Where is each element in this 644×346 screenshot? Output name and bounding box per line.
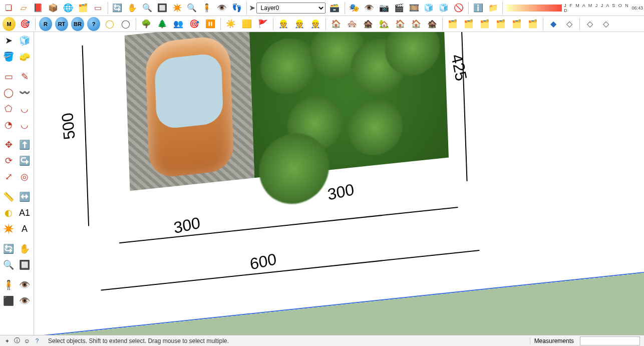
yellow-dot-icon[interactable]: ◯ <box>103 17 117 31</box>
layer-select[interactable]: Layer0 <box>256 3 326 14</box>
box-icon[interactable]: 📦 <box>47 1 60 15</box>
geo-icon[interactable]: ⌖ <box>2 336 12 346</box>
layers-icon[interactable]: 🗂️ <box>77 1 90 15</box>
text-tool[interactable]: A1 <box>17 205 32 220</box>
stack-c-icon[interactable]: 🗂️ <box>478 17 492 31</box>
render-r-button[interactable]: R <box>39 17 53 31</box>
render-h-icon[interactable]: 🚫 <box>452 1 465 15</box>
house-b-icon[interactable]: 🏘️ <box>345 17 359 31</box>
component-tool[interactable]: 🧊 <box>17 33 32 48</box>
look-around-icon[interactable]: 👁️ <box>215 1 228 15</box>
protractor-tool[interactable]: ◐ <box>1 205 16 220</box>
credits-icon[interactable]: ⓘ <box>12 336 22 346</box>
pie-tool[interactable]: ◔ <box>1 117 16 132</box>
help-icon[interactable]: ? <box>32 336 42 346</box>
followme-tool[interactable]: ↪️ <box>17 153 32 168</box>
position-camera-icon[interactable]: 🧍 <box>200 1 213 15</box>
prev-view-icon[interactable]: 🔍 <box>185 1 198 15</box>
render-b-icon[interactable]: 👁️ <box>363 1 376 15</box>
album-icon[interactable]: 📕 <box>32 1 45 15</box>
walk-icon[interactable]: 👣 <box>230 1 243 15</box>
house-d-icon[interactable]: 🏡 <box>377 17 391 31</box>
zoomwin-tool[interactable]: 🔲 <box>17 257 32 272</box>
render-f-icon[interactable]: 🧊 <box>423 1 436 15</box>
dimension-tool[interactable]: ↔️ <box>17 189 32 204</box>
polygon-tool[interactable]: ⬠ <box>1 101 16 116</box>
house-e-icon[interactable]: 🏠 <box>393 17 407 31</box>
house-f-icon[interactable]: 🏠 <box>409 17 423 31</box>
render-e-icon[interactable]: 🎞️ <box>408 1 421 15</box>
tape-tool[interactable]: 📏 <box>1 189 16 204</box>
flag-icon[interactable]: 🚩 <box>256 17 270 31</box>
info-icon[interactable]: ℹ️ <box>472 1 485 15</box>
render-m-button[interactable]: M <box>2 17 16 31</box>
position-camera-tool[interactable]: 🧍 <box>1 277 16 292</box>
target2-icon[interactable]: 🎯 <box>187 17 201 31</box>
hat2-icon[interactable]: 👷 <box>292 17 306 31</box>
photo-icon[interactable]: ☺ <box>22 336 32 346</box>
section-tool[interactable]: ⬛ <box>1 293 16 308</box>
render-c-icon[interactable]: 📷 <box>378 1 391 15</box>
folder-icon[interactable]: 📁 <box>487 1 500 15</box>
tree-b-icon[interactable]: 🌲 <box>155 17 169 31</box>
pan-icon[interactable]: ✋ <box>126 1 139 15</box>
cube-gold-icon[interactable]: 🟨 <box>240 17 254 31</box>
measurements-input[interactable] <box>580 336 640 345</box>
render-br-button[interactable]: BR <box>71 17 85 31</box>
arc-tool[interactable]: ◡ <box>17 101 32 116</box>
pan2-tool[interactable]: ✋ <box>17 241 32 256</box>
render-d-icon[interactable]: 🎬 <box>393 1 406 15</box>
offset-tool[interactable]: ◎ <box>17 169 32 184</box>
clone-icon[interactable]: ❏ <box>2 1 15 15</box>
globe-icon[interactable]: 🌐 <box>62 1 75 15</box>
sheet-icon[interactable]: ▱ <box>17 1 30 15</box>
house-a-icon[interactable]: 🏠 <box>329 17 343 31</box>
render-rt-button[interactable]: RT <box>55 17 69 31</box>
line-tool[interactable]: ✎ <box>17 69 32 84</box>
paint-tool[interactable]: 🪣 <box>1 49 16 64</box>
arc2-tool[interactable]: ◡ <box>17 117 32 132</box>
render-g-icon[interactable]: 🧊 <box>437 1 450 15</box>
render-target-button[interactable]: 🎯 <box>18 17 32 31</box>
orbit-icon[interactable]: 🔄 <box>111 1 124 15</box>
shape-a-icon[interactable]: ◆ <box>546 17 560 31</box>
eraser-tool[interactable]: 🧽 <box>17 49 32 64</box>
ring-icon[interactable]: ◯ <box>119 17 133 31</box>
3dtext-tool[interactable]: A <box>17 221 32 236</box>
stack-d-icon[interactable]: 🗂️ <box>494 17 508 31</box>
shape-c-icon[interactable]: ◇ <box>583 17 597 31</box>
pause-icon[interactable]: ⏸️ <box>203 17 217 31</box>
stack-a-icon[interactable]: 🗂️ <box>446 17 460 31</box>
hat-icon[interactable]: 👷 <box>276 17 290 31</box>
pushpull-tool[interactable]: ⬆️ <box>17 137 32 152</box>
orbit-tool[interactable]: 🔄 <box>1 241 16 256</box>
house-c-icon[interactable]: 🏚️ <box>361 17 375 31</box>
stack-f-icon[interactable]: 🗂️ <box>526 17 540 31</box>
render-a-icon[interactable]: 🎭 <box>348 1 361 15</box>
shape-b-icon[interactable]: ◇ <box>562 17 576 31</box>
rect-red-icon[interactable]: ▭ <box>92 1 105 15</box>
zoom-extents-icon[interactable]: ✴️ <box>171 1 184 15</box>
tree-a-icon[interactable]: 🌳 <box>139 17 153 31</box>
scale-tool[interactable]: ⤢ <box>1 169 16 184</box>
render-q-button[interactable]: ? <box>87 17 101 31</box>
axes-tool[interactable]: ✴️ <box>1 221 16 236</box>
zoom-icon[interactable]: 🔍 <box>141 1 154 15</box>
look-tool[interactable]: 👁️ <box>17 277 32 292</box>
select-tool[interactable]: ➤ <box>1 33 16 48</box>
house-g-icon[interactable]: 🏚️ <box>425 17 439 31</box>
layer-manager-icon[interactable]: 🗃️ <box>328 1 342 15</box>
zoom2-tool[interactable]: 🔍 <box>1 257 16 272</box>
stack-b-icon[interactable]: 🗂️ <box>462 17 476 31</box>
circle-tool[interactable]: ◯ <box>1 85 16 100</box>
rotate-tool[interactable]: ⟳ <box>1 153 16 168</box>
zoom-window-icon[interactable]: 🔲 <box>156 1 169 15</box>
stack-e-icon[interactable]: 🗂️ <box>510 17 524 31</box>
shape-d-icon[interactable]: ◇ <box>599 17 613 31</box>
eye-tool[interactable]: 👁️ <box>17 293 32 308</box>
rectangle-tool[interactable]: ▭ <box>1 69 16 84</box>
move-tool[interactable]: ✥ <box>1 137 16 152</box>
people-icon[interactable]: 👥 <box>171 17 185 31</box>
hat3-icon[interactable]: 👷 <box>308 17 323 31</box>
sun-icon[interactable]: ☀️ <box>224 17 238 31</box>
